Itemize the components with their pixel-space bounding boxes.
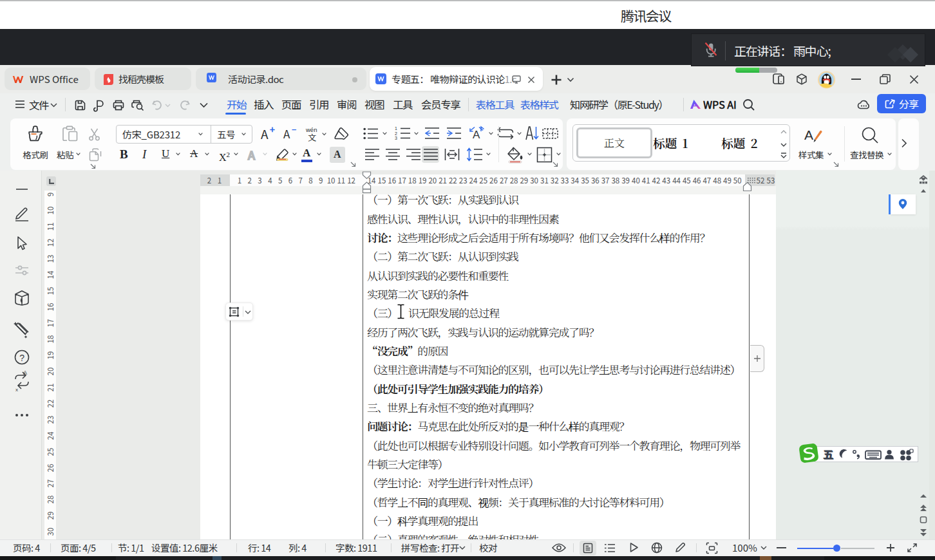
- svg-text:A: A: [473, 129, 480, 141]
- svg-text:3: 3: [395, 136, 397, 140]
- svg-text:1: 1: [395, 126, 397, 131]
- svg-text:A: A: [804, 127, 813, 142]
- svg-text:2: 2: [395, 131, 397, 136]
